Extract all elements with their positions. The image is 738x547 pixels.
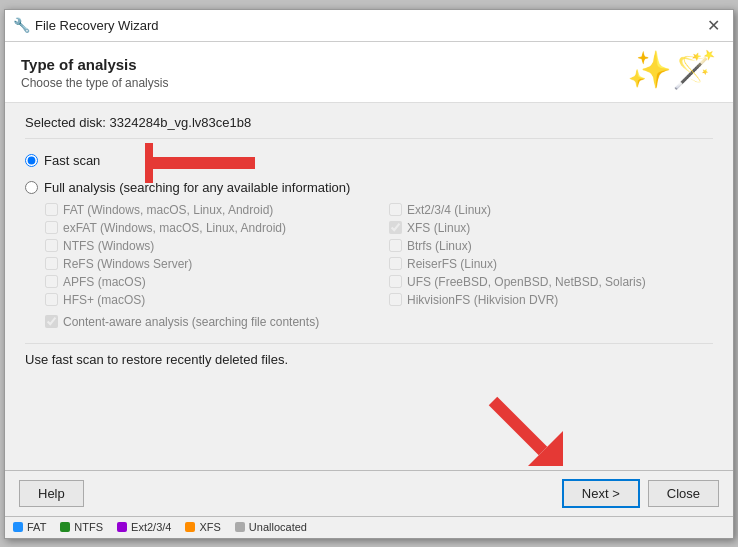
header-section: Type of analysis Choose the type of anal… — [5, 42, 733, 103]
fs-hikvision-checkbox — [389, 293, 402, 306]
fast-scan-arrow — [145, 143, 265, 183]
fs-exfat: exFAT (Windows, macOS, Linux, Android) — [45, 221, 369, 235]
fs-btrfs: Btrfs (Linux) — [389, 239, 713, 253]
info-text: Use fast scan to restore recently delete… — [25, 343, 713, 367]
fs-apfs: APFS (macOS) — [45, 275, 369, 289]
fs-ntfs: NTFS (Windows) — [45, 239, 369, 253]
help-button[interactable]: Help — [19, 480, 84, 507]
full-analysis-row: Full analysis (searching for any availab… — [25, 180, 713, 195]
selected-disk-label: Selected disk: 3324284b_vg.lv83ce1b8 — [25, 115, 713, 139]
app-icon: 🔧 — [13, 17, 29, 33]
fs-ext234-label: Ext2/3/4 (Linux) — [407, 203, 491, 217]
status-ext234: Ext2/3/4 — [117, 521, 171, 533]
status-label-fat: FAT — [27, 521, 46, 533]
status-label-unallocated: Unallocated — [249, 521, 307, 533]
fs-hfsplus-label: HFS+ (macOS) — [63, 293, 145, 307]
header-text: Type of analysis Choose the type of anal… — [21, 56, 168, 90]
fs-refs-label: ReFS (Windows Server) — [63, 257, 192, 271]
fs-ntfs-label: NTFS (Windows) — [63, 239, 154, 253]
status-label-ntfs: NTFS — [74, 521, 103, 533]
status-dot-ntfs — [60, 522, 70, 532]
content-aware-checkbox — [45, 315, 58, 328]
footer: Help Next > Close — [5, 470, 733, 516]
status-ntfs: NTFS — [60, 521, 103, 533]
fs-hfsplus: HFS+ (macOS) — [45, 293, 369, 307]
status-label-xfs: XFS — [199, 521, 220, 533]
status-label-ext234: Ext2/3/4 — [131, 521, 171, 533]
statusbar: FAT NTFS Ext2/3/4 XFS Unallocated — [5, 516, 733, 538]
fs-xfs-checkbox — [389, 221, 402, 234]
fs-exfat-label: exFAT (Windows, macOS, Linux, Android) — [63, 221, 286, 235]
fs-hikvision: HikvisionFS (Hikvision DVR) — [389, 293, 713, 307]
main-content: Selected disk: 3324284b_vg.lv83ce1b8 Fas… — [5, 103, 733, 470]
fs-fat-label: FAT (Windows, macOS, Linux, Android) — [63, 203, 273, 217]
full-analysis-radio[interactable] — [25, 181, 38, 194]
fs-fat: FAT (Windows, macOS, Linux, Android) — [45, 203, 369, 217]
status-dot-fat — [13, 522, 23, 532]
fs-apfs-label: APFS (macOS) — [63, 275, 146, 289]
fs-hfsplus-checkbox — [45, 293, 58, 306]
fs-fat-checkbox — [45, 203, 58, 216]
fs-hikvision-label: HikvisionFS (Hikvision DVR) — [407, 293, 558, 307]
fast-scan-row: Fast scan — [25, 153, 713, 168]
fs-refs-checkbox — [45, 257, 58, 270]
titlebar-title: File Recovery Wizard — [35, 18, 159, 33]
status-dot-unallocated — [235, 522, 245, 532]
fs-ext234: Ext2/3/4 (Linux) — [389, 203, 713, 217]
close-window-button[interactable]: ✕ — [701, 13, 725, 37]
filesystem-grid: FAT (Windows, macOS, Linux, Android) Ext… — [45, 203, 713, 307]
page-title: Type of analysis — [21, 56, 168, 73]
fs-apfs-checkbox — [45, 275, 58, 288]
fs-exfat-checkbox — [45, 221, 58, 234]
fs-btrfs-checkbox — [389, 239, 402, 252]
next-arrow — [483, 396, 563, 466]
status-unallocated: Unallocated — [235, 521, 307, 533]
fs-xfs: XFS (Linux) — [389, 221, 713, 235]
scan-options: Fast scan Full analysis (searchi — [25, 153, 713, 329]
fs-ufs: UFS (FreeBSD, OpenBSD, NetBSD, Solaris) — [389, 275, 713, 289]
close-button[interactable]: Close — [648, 480, 719, 507]
main-window: 🔧 File Recovery Wizard ✕ Type of analysi… — [4, 9, 734, 539]
content-aware-label: Content-aware analysis (searching file c… — [63, 315, 319, 329]
fs-reiserfs-checkbox — [389, 257, 402, 270]
fs-ufs-checkbox — [389, 275, 402, 288]
status-xfs: XFS — [185, 521, 220, 533]
status-fat: FAT — [13, 521, 46, 533]
fs-reiserfs: ReiserFS (Linux) — [389, 257, 713, 271]
titlebar: 🔧 File Recovery Wizard ✕ — [5, 10, 733, 42]
fast-scan-radio[interactable] — [25, 154, 38, 167]
titlebar-left: 🔧 File Recovery Wizard — [13, 17, 159, 33]
svg-line-3 — [493, 401, 543, 451]
page-subtitle: Choose the type of analysis — [21, 76, 168, 90]
fs-refs: ReFS (Windows Server) — [45, 257, 369, 271]
content-area: Type of analysis Choose the type of anal… — [5, 42, 733, 538]
footer-right: Next > Close — [562, 479, 719, 508]
fs-ext234-checkbox — [389, 203, 402, 216]
fs-reiserfs-label: ReiserFS (Linux) — [407, 257, 497, 271]
fast-scan-label[interactable]: Fast scan — [44, 153, 100, 168]
content-aware-row: Content-aware analysis (searching file c… — [45, 315, 713, 329]
fs-btrfs-label: Btrfs (Linux) — [407, 239, 472, 253]
wizard-icon: ✨🪄 — [627, 52, 717, 88]
next-button[interactable]: Next > — [562, 479, 640, 508]
fs-xfs-label: XFS (Linux) — [407, 221, 470, 235]
fs-ufs-label: UFS (FreeBSD, OpenBSD, NetBSD, Solaris) — [407, 275, 646, 289]
status-dot-xfs — [185, 522, 195, 532]
status-dot-ext234 — [117, 522, 127, 532]
fs-ntfs-checkbox — [45, 239, 58, 252]
full-analysis-label[interactable]: Full analysis (searching for any availab… — [44, 180, 350, 195]
